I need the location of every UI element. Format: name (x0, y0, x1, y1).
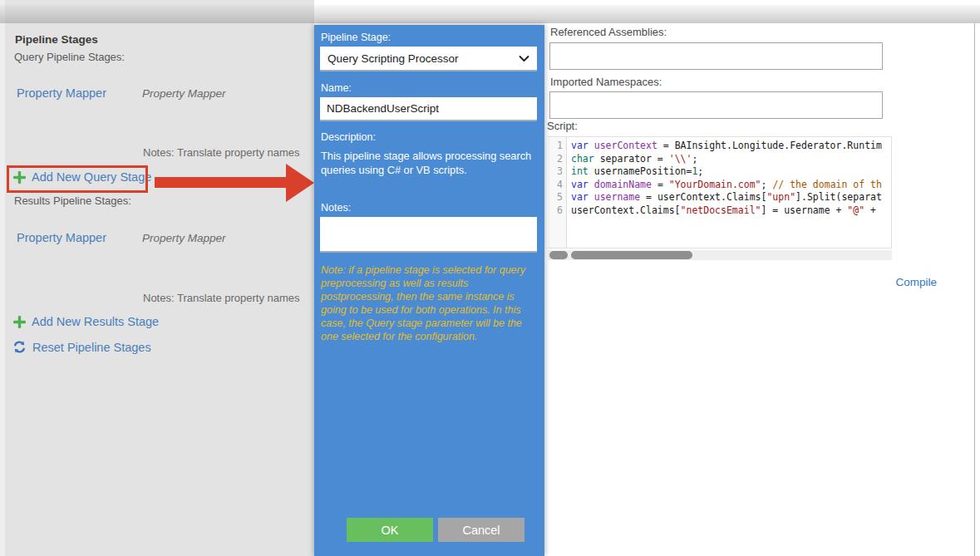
horizontal-scrollbar[interactable] (548, 250, 892, 260)
referenced-assemblies-label: Referenced Assemblies: (550, 26, 667, 38)
results-property-mapper-notes: Notes: Translate property names (143, 292, 300, 304)
referenced-assemblies-input[interactable] (549, 42, 883, 70)
query-property-mapper-type: Property Mapper (142, 87, 226, 100)
pipeline-stage-label: Pipeline Stage: (321, 32, 391, 43)
add-new-results-stage-label: Add New Results Stage (32, 315, 159, 328)
code-line: 1var userContext = BAInsight.Longitude.F… (548, 140, 891, 153)
scrollbar-thumb[interactable] (571, 251, 692, 259)
dialog-note-text: Note: if a pipeline stage is selected fo… (321, 263, 537, 343)
notes-textarea[interactable] (320, 217, 537, 251)
plus-icon (13, 171, 26, 184)
imported-namespaces-label: Imported Namespaces: (550, 76, 662, 88)
results-property-mapper-link[interactable]: Property Mapper (17, 231, 106, 244)
scrollbar-thumb-gutter[interactable] (549, 251, 568, 259)
cancel-button[interactable]: Cancel (438, 518, 524, 542)
pipeline-stage-selected-value: Query Scripting Processor (327, 52, 459, 65)
name-input[interactable] (320, 97, 537, 120)
red-arrow-head (286, 164, 314, 202)
pipeline-stage-select[interactable]: Query Scripting Processor (320, 47, 537, 70)
script-editor-panel: Referenced Assemblies: Imported Namespac… (544, 0, 975, 556)
code-line: 4var domainName = "YourDomain.com"; // t… (548, 179, 891, 192)
reset-pipeline-stages-label: Reset Pipeline Stages (32, 341, 151, 354)
red-arrow (155, 177, 287, 188)
description-text: This pipeline stage allows processing se… (321, 149, 537, 177)
top-gradient-band (0, 5, 980, 23)
script-code-editor[interactable]: 1var userContext = BAInsight.Longitude.F… (548, 136, 892, 248)
script-label: Script: (547, 120, 578, 132)
plus-icon (13, 316, 26, 328)
results-pipeline-stages-label: Results Pipeline Stages: (14, 194, 131, 207)
description-label: Description: (321, 131, 376, 143)
pipeline-stages-page: Pipeline Stages Query Pipeline Stages: P… (0, 0, 980, 556)
right-border-rule (974, 23, 975, 556)
name-label: Name: (321, 82, 352, 94)
code-line: 2char separator = '\\'; (548, 153, 891, 166)
reset-pipeline-stages-button[interactable]: Reset Pipeline Stages (12, 340, 151, 354)
query-property-mapper-link[interactable]: Property Mapper (17, 86, 106, 100)
query-property-mapper-notes: Notes: Translate property names (143, 146, 300, 159)
notes-label: Notes: (321, 202, 351, 214)
code-line: 3int usernamePosition=1; (548, 165, 891, 179)
code-line: 5var username = userContext.Claims["upn"… (548, 191, 891, 204)
compile-link[interactable]: Compile (895, 276, 937, 288)
left-edge-strip (0, 0, 5, 556)
add-new-query-stage-button[interactable]: Add New Query Stage (13, 170, 151, 184)
add-new-results-stage-button[interactable]: Add New Results Stage (13, 315, 159, 328)
add-new-query-stage-label: Add New Query Stage (32, 170, 151, 184)
pipeline-stage-dialog: Pipeline Stage: Query Scripting Processo… (314, 25, 544, 556)
query-pipeline-stages-label: Query Pipeline Stages: (14, 51, 125, 63)
code-lines: 1var userContext = BAInsight.Longitude.F… (548, 140, 891, 217)
code-line: 6userContext.Claims["netDocsEmail"] = us… (548, 204, 891, 218)
page-title: Pipeline Stages (15, 33, 98, 46)
results-property-mapper-type: Property Mapper (142, 232, 226, 244)
chevron-down-icon (519, 51, 529, 66)
refresh-icon (12, 340, 27, 354)
pipeline-stages-panel: Pipeline Stages Query Pipeline Stages: P… (0, 0, 314, 556)
imported-namespaces-input[interactable] (549, 91, 883, 119)
ok-button[interactable]: OK (347, 518, 433, 542)
